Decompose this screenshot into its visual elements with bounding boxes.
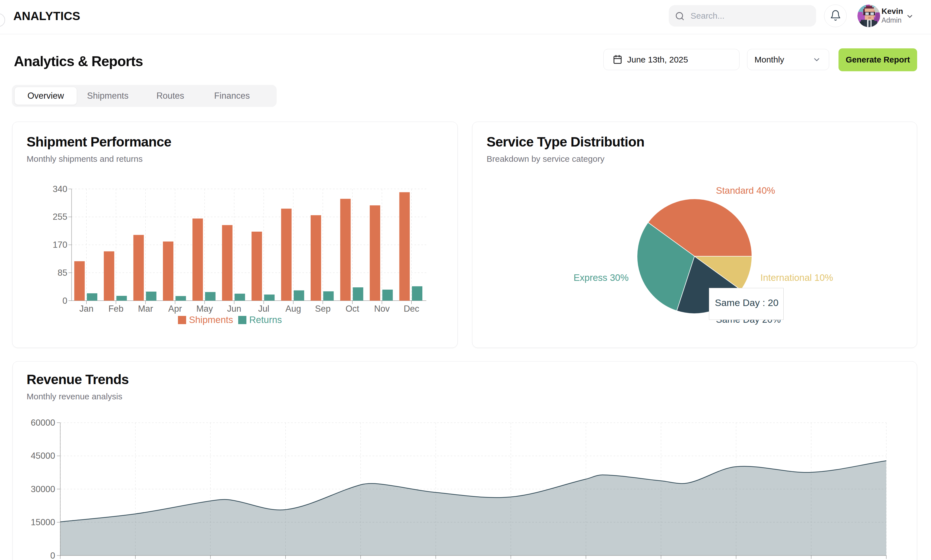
svg-text:255: 255 [52, 212, 67, 222]
svg-text:Apr: Apr [168, 304, 182, 314]
svg-text:45000: 45000 [31, 451, 55, 461]
svg-text:Oct: Oct [345, 304, 359, 314]
svg-text:Nov: Nov [374, 304, 390, 314]
svg-text:Dec: Dec [404, 304, 419, 314]
svg-text:85: 85 [58, 268, 67, 278]
svg-text:340: 340 [52, 184, 67, 194]
svg-text:Aug: Aug [285, 304, 301, 314]
svg-text:International 10%: International 10% [760, 272, 833, 283]
svg-text:Jun: Jun [227, 304, 241, 314]
svg-text:Express 30%: Express 30% [574, 272, 629, 283]
svg-text:170: 170 [52, 240, 67, 250]
svg-text:May: May [196, 304, 213, 314]
svg-text:Jul: Jul [258, 304, 269, 314]
svg-text:Standard 40%: Standard 40% [716, 185, 775, 196]
svg-text:Shipments: Shipments [189, 314, 233, 325]
svg-text:60000: 60000 [31, 418, 55, 428]
svg-text:0: 0 [50, 551, 55, 560]
svg-text:Mar: Mar [138, 304, 153, 314]
svg-text:Returns: Returns [249, 314, 282, 325]
svg-text:30000: 30000 [31, 484, 55, 494]
svg-text:Sep: Sep [315, 304, 331, 314]
svg-text:Jan: Jan [80, 304, 94, 314]
svg-text:15000: 15000 [31, 517, 55, 527]
svg-text:Feb: Feb [108, 304, 123, 314]
svg-text:0: 0 [63, 296, 67, 306]
